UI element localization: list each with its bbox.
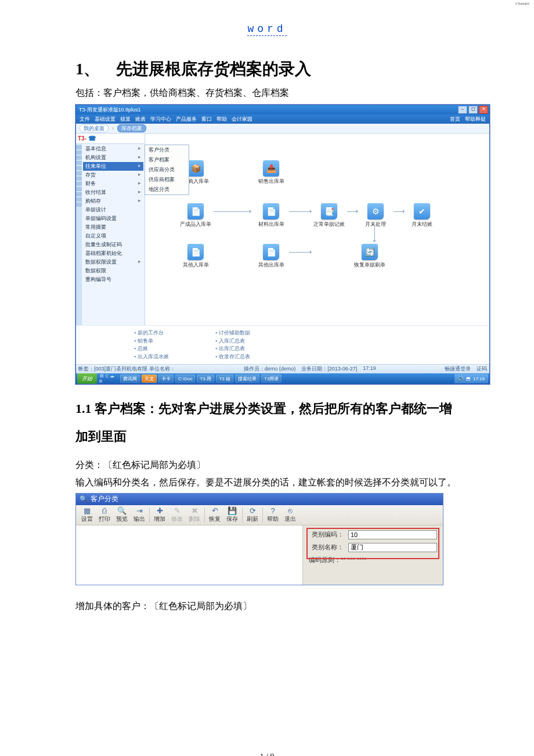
flow-arrow-icon	[394, 211, 404, 212]
close-button[interactable]: ✕	[479, 106, 488, 114]
link-in-summary[interactable]: 入库汇总表	[215, 337, 273, 345]
sidebar-item[interactable]: 基础档案初始化	[83, 249, 143, 258]
node-restore-doc[interactable]: 🔄恢复单据刷单	[354, 244, 385, 269]
refresh-button[interactable]: ⟳刷新	[244, 506, 261, 524]
taskbar-item[interactable]: 腾讯网	[120, 375, 140, 383]
settings-button[interactable]: ▦设置	[78, 506, 96, 524]
menu-window[interactable]: 窗口	[201, 116, 212, 123]
status-login-link[interactable]: 畅捷通登录	[445, 365, 471, 373]
sidebar-item[interactable]: 存货▸	[83, 171, 143, 179]
save-icon: 💾	[228, 506, 237, 515]
taskbar-item[interactable]: C:\Doc	[175, 375, 195, 383]
sidebar-item[interactable]: 机构设置▸	[83, 153, 143, 162]
node-product-in[interactable]: 📄产成品入库单	[180, 203, 211, 228]
status-time: 17:19	[363, 365, 376, 373]
link-workbench[interactable]: 新的工作台	[134, 329, 192, 337]
output-button[interactable]: ⇥输出	[131, 506, 148, 524]
sidebar-item[interactable]: 常用摘要	[83, 223, 143, 232]
menu-home[interactable]: 会计家园	[232, 116, 252, 123]
customer-class-dialog: 🔍 客户分类 ▦设置⎙打印🔍预览⇥输出✚增加✎修改✖删除↶恢复💾保存⟳刷新?帮助…	[75, 493, 443, 585]
sidebar-item[interactable]: 基本信息▸	[83, 145, 143, 153]
name-input[interactable]	[348, 543, 437, 552]
node-month-process[interactable]: ⚙月末处理	[360, 203, 391, 228]
taskbar-item[interactable]: 搜索结果	[235, 375, 259, 383]
name-label: 类别名称：	[309, 543, 344, 552]
sidebar-item[interactable]: 财务▸	[83, 179, 143, 188]
sidebar-item[interactable]: 自定义项	[83, 232, 143, 240]
node-normal-posting[interactable]: 📑正常单据记账	[313, 203, 345, 228]
status-operator: 操作员：demo (demo)	[244, 365, 296, 373]
link-cost-aux[interactable]: 计价辅助数据	[215, 329, 273, 337]
page-number: 1 / 9	[75, 753, 459, 756]
menu-homepage-link[interactable]: 首页	[450, 116, 460, 123]
status-code-link[interactable]: 证码	[477, 365, 487, 373]
breadcrumb-current[interactable]: 库存档案	[117, 124, 146, 132]
link-rsf-summary[interactable]: 收发存汇总表	[215, 353, 273, 361]
link-general-ledger[interactable]: 总账	[134, 345, 192, 353]
taskbar-item[interactable]: T3 核	[216, 375, 233, 383]
link-inout-journal[interactable]: 出入库流水账	[134, 353, 192, 361]
sidebar-item[interactable]: 往来单位▸	[83, 162, 143, 171]
menu-file[interactable]: 文件	[80, 116, 90, 123]
link-sales-order[interactable]: 销售单	[134, 337, 192, 345]
preview-icon: 🔍	[117, 506, 127, 515]
sidebar-item[interactable]: 单据设计	[83, 206, 143, 214]
sidebar-item[interactable]: 批量生成制证码	[83, 240, 143, 249]
taskbar-item[interactable]: 天龙	[142, 375, 157, 383]
help-button[interactable]: ?帮助	[264, 506, 282, 524]
menu-reports[interactable]: 账表	[135, 116, 146, 123]
system-tray[interactable]: 🔊 ⬒ 17:19	[454, 374, 488, 383]
submenu-item[interactable]: 客户档案	[145, 155, 189, 165]
sidebar-item[interactable]: 数据权限设置▸	[83, 258, 143, 267]
submenu-item[interactable]: 供应商分类	[145, 165, 189, 175]
minimize-button[interactable]: –	[458, 106, 467, 114]
node-material-out[interactable]: 📄材料出库单	[255, 203, 287, 228]
refresh-icon: ⟳	[250, 506, 256, 515]
submenu-item[interactable]: 供应商档案	[145, 175, 189, 185]
node-month-close[interactable]: ✔月末结账	[406, 203, 438, 228]
add-button[interactable]: ✚增加	[151, 506, 168, 524]
menu-product-service[interactable]: 产品服务	[176, 116, 197, 123]
sidebar-item[interactable]: 数据权限	[83, 267, 143, 275]
node-sales-out[interactable]: 📤销售出库单	[255, 160, 287, 185]
maximize-button[interactable]: ◻	[468, 106, 478, 114]
toolbar-separator	[149, 507, 150, 523]
submenu-item[interactable]: 地区分类	[145, 185, 189, 195]
exit-button[interactable]: ⎋退出	[282, 506, 299, 524]
save-button[interactable]: 💾保存	[223, 506, 241, 524]
window-title: T3-用友通标准版10.8plus1	[79, 106, 141, 114]
menu-help[interactable]: 帮助	[217, 116, 227, 123]
submenu-item[interactable]: 客户分类	[145, 145, 189, 155]
code-input[interactable]	[348, 530, 437, 539]
print-button[interactable]: ⎙打印	[96, 506, 113, 524]
link-out-summary[interactable]: 出库汇总表	[215, 345, 273, 353]
brand-logo: 畅捷通 Chanjet	[507, 0, 529, 6]
menu-help-link[interactable]: 帮助释疑	[465, 116, 486, 123]
menu-accounting[interactable]: 核算	[120, 116, 131, 123]
delete-button: ✖删除	[186, 506, 203, 524]
node-other-out[interactable]: 📄其他出库单	[255, 244, 287, 269]
toolbar-separator	[204, 507, 205, 523]
node-other-in[interactable]: 📄其他入库单	[180, 244, 211, 269]
sidebar-item[interactable]: 单据编码设置	[83, 214, 143, 223]
category-tree-panel[interactable]	[76, 525, 303, 585]
menu-base-settings[interactable]: 基础设置	[95, 116, 116, 123]
flow-arrow-icon	[214, 211, 251, 212]
dialog-titlebar: 🔍 客户分类	[76, 494, 443, 505]
breadcrumb-home[interactable]: 我的桌面	[80, 124, 109, 132]
preview-button[interactable]: 🔍预览	[113, 506, 131, 524]
sidebar-item[interactable]: 购销存▸	[83, 197, 143, 206]
undo-button[interactable]: ↶恢复	[206, 506, 223, 524]
taskbar-item[interactable]: T3用课	[261, 375, 282, 383]
sidebar-item[interactable]: 重构编导号	[83, 275, 143, 284]
edit-button: ✎修改	[168, 506, 186, 524]
start-button[interactable]: 开始	[77, 373, 97, 384]
taskbar-item[interactable]: T3-用	[197, 375, 214, 383]
form-panel: 类别编码： 类别名称： 编码原则：** *** ****	[303, 525, 443, 585]
status-date: 业务日期：[2013-06-27]	[301, 365, 357, 373]
status-account: 帐套：[003]厦门圣邦机电有限 单位名称：	[78, 365, 175, 373]
taskbar-item[interactable]: 卡卡	[158, 375, 174, 383]
menu-learning[interactable]: 学习中心	[150, 116, 171, 123]
flow-arrow-icon	[289, 252, 311, 253]
sidebar-item[interactable]: 收付结算▸	[83, 188, 143, 197]
